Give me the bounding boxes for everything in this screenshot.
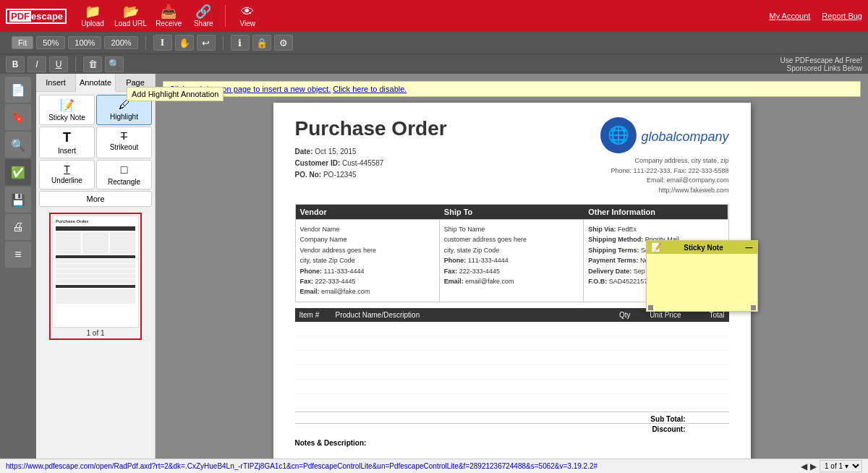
company-logo: 🌐 globalcompany Company address, city st…	[600, 117, 728, 195]
table-row	[295, 365, 729, 380]
info-button[interactable]: ℹ	[231, 35, 250, 51]
more-tools-button[interactable]: More	[39, 191, 152, 207]
tab-annotate[interactable]: Annotate	[76, 74, 116, 92]
formatbar: B I U 🗑 🔍 Use PDFescape Ad Free! Sponsor…	[0, 54, 868, 74]
highlight-text: Highlight	[110, 113, 138, 121]
pdf-page: Purchase Order Date: Oct 15, 2015 Custom…	[273, 103, 751, 459]
company-name: globalcompany	[641, 129, 728, 145]
sidebar-save-icon[interactable]: 💾	[5, 187, 31, 213]
table-row	[295, 351, 729, 365]
sticky-note-title: Sticky Note	[684, 244, 723, 252]
thumbnail-image: Purchase Order	[52, 216, 139, 328]
undo-button[interactable]: ↩	[197, 35, 216, 51]
search-button[interactable]: 🔍	[105, 56, 124, 72]
receive-button[interactable]: 📥 Receive	[153, 1, 184, 30]
prev-page-button[interactable]: ◀	[801, 461, 807, 472]
format-separator	[75, 57, 76, 72]
table-row	[295, 336, 729, 351]
underline-tool[interactable]: T Underline	[39, 160, 95, 189]
share-button[interactable]: 🔗 Share	[187, 1, 219, 30]
discount-label: Discount:	[652, 425, 685, 433]
page-thumbnail[interactable]: Purchase Order	[49, 213, 142, 340]
tab-insert[interactable]: Insert	[36, 74, 76, 91]
zoom-separator	[145, 35, 146, 50]
shipto-content: Ship To Name customer address goes here …	[440, 220, 584, 302]
upload-button[interactable]: 📁 Upload	[77, 1, 109, 30]
insert-text-label: Insert	[58, 147, 76, 155]
resize-handle-br[interactable]	[751, 305, 756, 310]
loadurl-icon: 📂	[123, 5, 139, 18]
sticky-note-body[interactable]	[647, 254, 757, 304]
sidebar-more-icon[interactable]: ≡	[5, 242, 31, 268]
toolbar: PDF escape 📁 Upload 📂 Load URL 📥 Receive…	[0, 0, 868, 32]
zoom200-button[interactable]: 200%	[104, 36, 137, 49]
page-select[interactable]: 1 of 1 ▾	[820, 460, 862, 472]
rectangle-icon: □	[121, 163, 128, 176]
italic-button[interactable]: I	[27, 56, 46, 72]
zoom50-button[interactable]: 50%	[36, 36, 65, 49]
subtotal-row: Sub Total:	[295, 412, 729, 423]
app-logo: PDF escape	[6, 9, 67, 24]
cursor-tool-button[interactable]: 𝐈	[153, 35, 172, 51]
po-details: Date: Oct 15, 2015 Customer ID: Cust-445…	[295, 146, 447, 181]
subtotal-label: Sub Total:	[650, 415, 685, 423]
sidebar-print-icon[interactable]: 🖨	[5, 214, 31, 240]
thumbnail-label: 1 of 1	[52, 329, 139, 337]
vendor-header: Vendor	[296, 205, 440, 219]
settings-button[interactable]: ⚙	[274, 35, 293, 51]
strikeout-label: Strikeout	[110, 143, 138, 151]
bold-button[interactable]: B	[6, 56, 25, 72]
sticky-note-label: Sticky Note	[48, 114, 85, 122]
sidebar-search-icon[interactable]: 🔍	[5, 132, 31, 158]
insert-text-tool[interactable]: T Insert	[39, 127, 95, 158]
sticky-note-tool[interactable]: 📝 Sticky Note	[39, 95, 95, 125]
table-row	[295, 322, 729, 336]
upload-icon: 📁	[85, 5, 101, 18]
notes-section: Notes & Description:	[295, 439, 729, 447]
po-title: Purchase Order	[295, 117, 447, 140]
viewbar: Fit 50% 100% 200% 𝐈 ✋ ↩ ℹ 🔒 ⚙	[0, 32, 868, 54]
sticky-note[interactable]: 📝 Sticky Note —	[646, 240, 758, 312]
underline-icon: T	[64, 163, 70, 175]
report-bug-link[interactable]: Report Bug	[822, 12, 862, 20]
underline-button[interactable]: U	[49, 56, 68, 72]
view-button[interactable]: 👁 View	[231, 1, 263, 30]
vendor-content: Vendor Name Company Name Vendor address …	[296, 220, 440, 302]
ad-text: Use PDFescape Ad Free! Sponsored Links B…	[780, 56, 862, 72]
annotate-panel: Insert Annotate Page 📝 Sticky Note 🖊 Ann…	[36, 74, 156, 459]
rectangle-tool[interactable]: □ Rectangle	[96, 160, 152, 189]
company-globe-icon: 🌐	[600, 117, 637, 153]
strikeout-icon: T̶	[121, 130, 127, 142]
next-page-button[interactable]: ▶	[810, 461, 817, 472]
my-account-link[interactable]: My Account	[769, 12, 810, 20]
toolbar-separator	[225, 5, 226, 27]
po-header: Purchase Order Date: Oct 15, 2015 Custom…	[295, 117, 729, 195]
col-product: Product Name/Description	[331, 308, 599, 322]
annotation-tools: 📝 Sticky Note 🖊 Annotate Highlight T Ins…	[36, 92, 155, 210]
strikeout-tool[interactable]: T̶ Strikeout	[96, 127, 152, 158]
sidebar-annotations-icon[interactable]: ✅	[5, 159, 31, 185]
share-icon: 🔗	[195, 5, 211, 18]
fit-button[interactable]: Fit	[12, 36, 33, 49]
col-item: Item #	[295, 308, 331, 322]
po-title-section: Purchase Order Date: Oct 15, 2015 Custom…	[295, 117, 447, 181]
highlight-tooltip: Add Highlight Annotation	[156, 87, 224, 101]
discount-row: Discount:	[295, 423, 729, 433]
notes-label: Notes & Description:	[295, 439, 367, 447]
sidebar-bookmarks-icon[interactable]: 🔖	[5, 104, 31, 130]
sidebar-open-icon[interactable]: 📄	[5, 77, 31, 103]
loadurl-button[interactable]: 📂 Load URL	[111, 1, 150, 30]
lock-button[interactable]: 🔒	[252, 35, 271, 51]
resize-handle-bl[interactable]	[648, 305, 653, 310]
infobar-link[interactable]: Click here to disable.	[333, 85, 407, 93]
company-info: Company address, city state, zip Phone: …	[600, 156, 728, 195]
underline-label: Underline	[51, 176, 82, 184]
zoom100-button[interactable]: 100%	[68, 36, 101, 49]
hand-tool-button[interactable]: ✋	[175, 35, 194, 51]
shipto-header: Ship To	[440, 205, 584, 219]
rectangle-label: Rectangle	[108, 178, 140, 186]
col-qty: Qty	[599, 308, 635, 322]
table-row	[295, 380, 729, 394]
delete-button[interactable]: 🗑	[83, 56, 102, 72]
sticky-note-close[interactable]: —	[746, 244, 753, 252]
